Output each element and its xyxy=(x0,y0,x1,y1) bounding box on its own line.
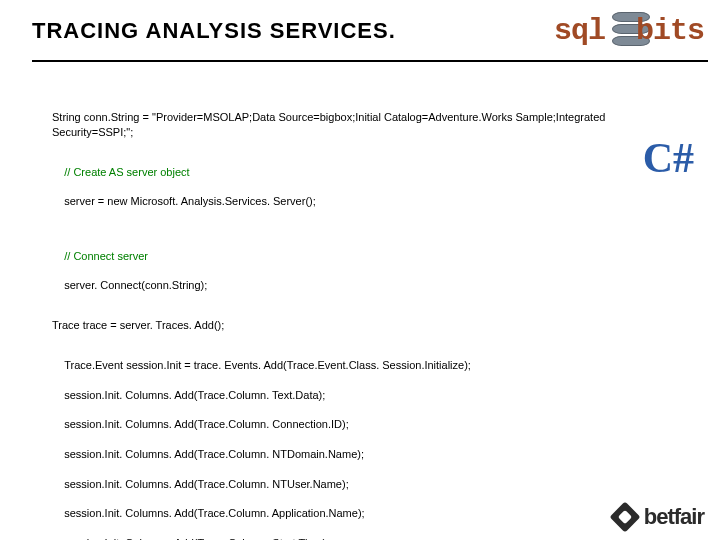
code-comment: // Connect server xyxy=(64,250,148,262)
logo-text-left: sql xyxy=(554,14,605,48)
code-line: session.Init. Columns. Add(Trace.Column.… xyxy=(64,389,325,401)
code-line: session.Init. Columns. Add(Trace.Column.… xyxy=(64,507,364,519)
language-badge: C# xyxy=(643,130,694,187)
code-trace-add: Trace trace = server. Traces. Add(); xyxy=(52,318,672,333)
slide-header: TRACING ANALYSIS SERVICES. sql bits xyxy=(0,0,720,70)
logo-text-right: bits xyxy=(636,14,704,48)
code-line: server. Connect(conn.String); xyxy=(64,279,207,291)
betfair-text: betfair xyxy=(644,504,704,530)
sqlbits-logo: sql bits xyxy=(554,8,704,56)
code-line: Trace.Event session.Init = trace. Events… xyxy=(64,359,471,371)
code-line: session.Init. Columns. Add(Trace.Column.… xyxy=(64,448,364,460)
code-line: session.Init. Columns. Add(Trace.Column.… xyxy=(64,478,348,490)
header-divider xyxy=(32,60,708,62)
code-line: server = new Microsoft. Analysis.Service… xyxy=(64,195,316,207)
code-comment: // Create AS server object xyxy=(64,166,189,178)
slide-body: C# String conn.String = "Provider=MSOLAP… xyxy=(0,70,720,540)
code-line: session.Init. Columns. Add(Trace.Column.… xyxy=(64,418,349,430)
footer-brand: betfair xyxy=(614,504,704,530)
code-create-server: // Create AS server object server = new … xyxy=(52,150,672,224)
code-session-columns: Trace.Event session.Init = trace. Events… xyxy=(52,343,672,540)
code-connection-string: String conn.String = "Provider=MSOLAP;Da… xyxy=(52,110,672,140)
betfair-icon xyxy=(609,501,640,532)
code-connect-server: // Connect server server. Connect(conn.S… xyxy=(52,234,672,308)
